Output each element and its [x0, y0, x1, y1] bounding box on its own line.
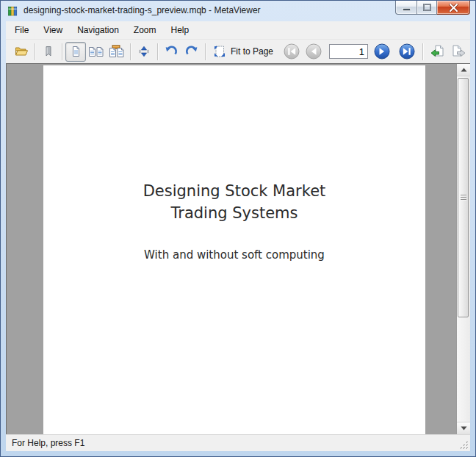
document-viewport[interactable]: Designing Stock Market Trading Systems W…	[6, 63, 470, 434]
resize-grip[interactable]	[459, 440, 469, 450]
nav-forward-button[interactable]	[448, 42, 469, 62]
last-page-button[interactable]	[397, 42, 416, 62]
fit-to-page-button[interactable]: Fit to Page	[209, 43, 278, 60]
menu-file[interactable]: File	[7, 22, 36, 38]
previous-page-icon	[306, 43, 322, 60]
toolbar: Fit to Page	[6, 39, 470, 63]
scroll-up-button[interactable]	[457, 64, 470, 76]
facing-pages-icon	[88, 46, 104, 57]
scroll-up-icon	[461, 68, 467, 72]
next-page-button[interactable]	[372, 42, 392, 62]
menu-help[interactable]: Help	[164, 22, 197, 38]
document-title-line2: Trading Systems	[43, 202, 425, 224]
previous-page-button[interactable]	[304, 42, 323, 62]
statusbar: For Help, press F1	[6, 434, 470, 451]
close-icon	[449, 4, 458, 12]
toolbar-separator	[62, 43, 62, 60]
fit-to-page-icon	[213, 45, 226, 58]
scrollbar-grip-icon	[461, 195, 466, 201]
rotate-left-icon	[165, 46, 178, 57]
menu-zoom[interactable]: Zoom	[126, 22, 164, 38]
single-page-icon	[70, 46, 82, 57]
bookmark-icon	[43, 46, 54, 57]
toolbar-separator	[35, 43, 35, 60]
document-page: Designing Stock Market Trading Systems W…	[43, 65, 425, 434]
scrollbar-track[interactable]	[457, 76, 470, 422]
metaviewer-window: designing-stock-market-trading-s_preview…	[0, 0, 476, 457]
scrollbar-thumb[interactable]	[458, 78, 469, 317]
client-area: File View Navigation Zoom Help	[6, 21, 470, 451]
bookmark-button[interactable]	[38, 42, 59, 62]
menu-navigation[interactable]: Navigation	[70, 22, 126, 38]
scroll-down-icon	[461, 426, 467, 431]
first-page-icon	[284, 43, 300, 60]
scroll-down-button[interactable]	[457, 422, 470, 434]
facing-pages-view-button[interactable]	[86, 42, 107, 62]
book-view-button[interactable]	[107, 42, 127, 62]
toolbar-separator	[130, 43, 131, 60]
minimize-button[interactable]	[395, 1, 416, 15]
document-title-line1: Designing Stock Market	[43, 180, 425, 202]
page-number-input[interactable]	[329, 44, 368, 59]
toolbar-separator	[205, 43, 206, 60]
open-file-button[interactable]	[11, 42, 32, 62]
maximize-icon	[423, 4, 431, 11]
toolbar-separator	[422, 43, 423, 60]
single-page-view-button[interactable]	[65, 42, 86, 62]
continuous-scroll-button[interactable]	[134, 42, 154, 62]
status-text: For Help, press F1	[6, 438, 84, 448]
rotate-right-button[interactable]	[181, 42, 202, 62]
nav-forward-icon	[451, 45, 466, 58]
app-icon	[7, 5, 19, 17]
window-controls	[395, 1, 470, 15]
nav-back-button[interactable]	[428, 42, 448, 62]
vertical-scrollbar[interactable]	[456, 64, 470, 434]
toolbar-separator	[157, 43, 158, 60]
rotate-right-icon	[185, 46, 198, 57]
first-page-button[interactable]	[282, 42, 301, 62]
open-folder-icon	[15, 46, 29, 57]
document-title: Designing Stock Market Trading Systems	[43, 65, 425, 224]
close-button[interactable]	[437, 1, 470, 15]
document-subtitle: With and without soft computing	[43, 248, 425, 262]
last-page-icon	[399, 43, 415, 60]
next-page-icon	[374, 43, 390, 60]
maximize-button[interactable]	[416, 1, 437, 15]
menubar: File View Navigation Zoom Help	[6, 21, 470, 39]
window-title: designing-stock-market-trading-s_preview…	[24, 5, 261, 15]
continuous-scroll-icon	[138, 46, 150, 57]
book-view-icon	[109, 45, 125, 58]
rotate-left-button[interactable]	[161, 42, 181, 62]
minimize-icon	[403, 4, 411, 11]
fit-to-page-label: Fit to Page	[231, 46, 273, 57]
menu-view[interactable]: View	[36, 22, 70, 38]
nav-back-icon	[430, 45, 445, 58]
titlebar[interactable]: designing-stock-market-trading-s_preview…	[1, 1, 475, 21]
